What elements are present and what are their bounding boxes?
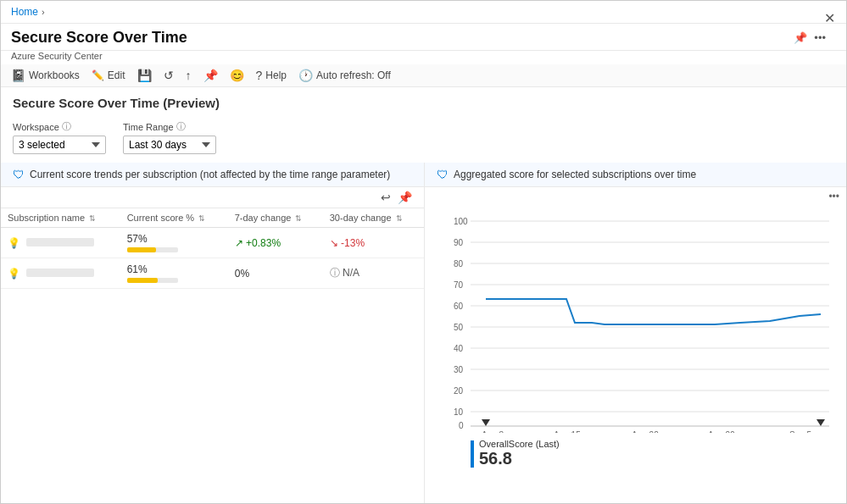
info-icon-30day: ⓘ [330, 267, 340, 279]
toolbar-autorefresh[interactable]: 🕐 Auto refresh: Off [298, 69, 391, 82]
sort-icon-7day[interactable]: ⇅ [295, 214, 302, 223]
breadcrumb-separator: › [42, 7, 45, 17]
autorefresh-label: Auto refresh: Off [316, 69, 391, 81]
title-bar: Secure Score Over Time 📌 ••• ✕ [1, 24, 846, 51]
score-value-1: 57% [127, 233, 221, 245]
share-icon: ↑ [186, 69, 192, 82]
workbooks-icon: 📓 [11, 69, 25, 82]
svg-text:Aug 29: Aug 29 [708, 430, 735, 433]
sub-30day-2: ⓘ N/A [323, 258, 424, 289]
subscriptions-table: Subscription name ⇅ Current score % ⇅ 7-… [1, 208, 424, 289]
help-icon: ? [256, 69, 263, 82]
sub-name-2: 💡 [1, 258, 120, 289]
toolbar-refresh[interactable]: ↺ [164, 69, 174, 82]
table-actions: ↩ 📌 [1, 187, 424, 208]
overall-score-label: OverallScore (Last) [479, 439, 560, 449]
line-chart: 100 90 80 70 60 50 40 30 20 10 0 [435, 213, 833, 433]
table-row: 💡 61% 0% ⓘ N/A [1, 258, 424, 289]
svg-text:50: 50 [454, 323, 464, 332]
sub-30day-1: ↘ -13% [323, 228, 424, 258]
svg-text:30: 30 [454, 365, 464, 374]
page-title: Secure Score Over Time (Preview) [1, 87, 846, 117]
svg-text:20: 20 [454, 386, 464, 396]
breadcrumb: Home › [1, 1, 846, 24]
chart-more-icon[interactable]: ••• [828, 191, 839, 202]
controls-bar: Workspace ⓘ 3 selected All Time Range ⓘ … [1, 117, 846, 163]
start-marker [482, 419, 490, 426]
col-name: Subscription name ⇅ [1, 208, 120, 228]
toolbar-share[interactable]: ↑ [186, 69, 192, 82]
trend-up-icon-1: ↗ [235, 237, 243, 249]
overall-score-box: OverallScore (Last) 56.8 [435, 439, 836, 468]
sort-icon-30day[interactable]: ⇅ [396, 214, 403, 223]
svg-text:100: 100 [454, 217, 468, 226]
toolbar: 📓 Workbooks ✏️ Edit 💾 ↺ ↑ 📌 😊 ? Help 🕐 A… [1, 64, 846, 87]
edit-icon: ✏️ [92, 69, 104, 81]
main-content: 🛡 Current score trends per subscription … [1, 163, 846, 504]
svg-text:Aug 15: Aug 15 [554, 430, 581, 433]
workbooks-label: Workbooks [29, 69, 80, 81]
overall-score-value: 56.8 [479, 449, 560, 468]
clock-icon: 🕐 [298, 69, 313, 82]
sort-icon-score[interactable]: ⇅ [198, 214, 205, 223]
right-section-title: Aggregated score for selected subscripti… [454, 169, 696, 180]
toolbar-edit[interactable]: ✏️ Edit [92, 69, 125, 81]
change30-value-2: N/A [343, 267, 359, 279]
time-range-label: Time Range ⓘ [123, 120, 216, 133]
svg-text:40: 40 [454, 344, 464, 353]
subtitle: Azure Security Center [1, 51, 846, 64]
time-range-info-icon: ⓘ [176, 120, 186, 133]
svg-text:Aug 8: Aug 8 [482, 430, 504, 433]
workspace-info-icon: ⓘ [62, 120, 71, 133]
change30-value-1: -13% [341, 237, 365, 249]
score-value-2: 61% [127, 263, 221, 275]
sub-name-1: 💡 [1, 228, 120, 258]
save-icon: 💾 [137, 69, 152, 82]
undo-icon[interactable]: ↩ [381, 191, 391, 204]
chart-container: 100 90 80 70 60 50 40 30 20 10 0 [425, 206, 846, 504]
svg-text:Sep 5: Sep 5 [789, 430, 812, 433]
time-range-control: Time Range ⓘ Last 30 days Last 7 days La… [123, 120, 216, 154]
shield-icon-left: 🛡 [13, 168, 25, 181]
score-bar-indicator [471, 440, 474, 468]
edit-label: Edit [108, 69, 125, 81]
toolbar-pin-icon: 📌 [203, 69, 218, 82]
edit-columns-icon[interactable]: 📌 [398, 191, 412, 204]
sub-score-1: 57% [120, 228, 228, 258]
close-button[interactable]: ✕ [824, 10, 835, 26]
right-section-header: 🛡 Aggregated score for selected subscrip… [425, 163, 846, 187]
toolbar-workbooks[interactable]: 📓 Workbooks [11, 69, 80, 82]
feedback-icon: 😊 [230, 69, 244, 82]
svg-text:Aug 22: Aug 22 [632, 430, 659, 433]
col-7day: 7-day change ⇅ [228, 208, 323, 228]
sub-7day-1: ↗ +0.83% [228, 228, 323, 258]
toolbar-pin[interactable]: 📌 [203, 69, 218, 82]
right-panel: 🛡 Aggregated score for selected subscrip… [425, 163, 846, 504]
home-link[interactable]: Home [11, 6, 38, 18]
toolbar-help[interactable]: ? Help [256, 69, 287, 82]
page-main-title: Secure Score Over Time [11, 29, 794, 47]
svg-text:90: 90 [454, 238, 464, 247]
svg-text:70: 70 [454, 280, 464, 290]
refresh-icon: ↺ [164, 69, 174, 82]
left-panel: 🛡 Current score trends per subscription … [1, 163, 425, 504]
sub-score-2: 61% [120, 258, 228, 289]
workspace-label: Workspace ⓘ [13, 120, 106, 133]
pin-icon[interactable]: 📌 [794, 31, 807, 44]
toolbar-feedback[interactable]: 😊 [230, 69, 244, 82]
workspace-select[interactable]: 3 selected All [13, 136, 106, 154]
sort-icon-name[interactable]: ⇅ [89, 214, 96, 223]
change7-value-2: 0% [235, 268, 249, 280]
change7-value-1: +0.83% [246, 237, 281, 249]
svg-text:60: 60 [454, 302, 464, 311]
help-label: Help [265, 69, 287, 81]
toolbar-save[interactable]: 💾 [137, 69, 152, 82]
table-row: 💡 57% ↗ +0.83% ↘ [1, 228, 424, 258]
svg-text:0: 0 [459, 421, 464, 430]
workspace-control: Workspace ⓘ 3 selected All [13, 120, 106, 154]
end-marker [816, 419, 825, 426]
more-options-icon[interactable]: ••• [814, 31, 826, 44]
trend-down-icon-1: ↘ [330, 237, 338, 249]
time-range-select[interactable]: Last 30 days Last 7 days Last 90 days [123, 136, 216, 154]
left-section-header: 🛡 Current score trends per subscription … [1, 163, 424, 187]
